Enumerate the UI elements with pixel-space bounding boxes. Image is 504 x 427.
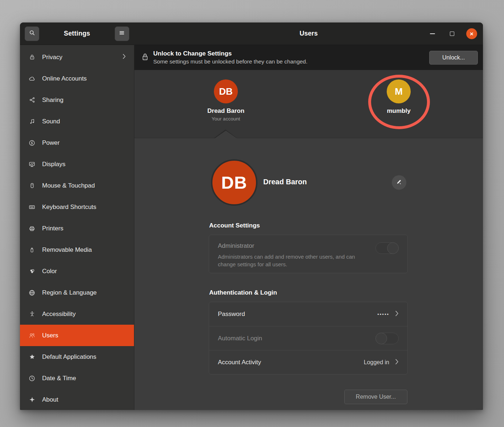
avatar: M	[387, 79, 411, 103]
account-activity-row[interactable]: Account Activity Logged in	[209, 350, 407, 374]
user-card-mumbly[interactable]: M mumbly	[366, 79, 431, 115]
toggle-knob	[375, 333, 387, 344]
sidebar-item-label: Power	[42, 139, 126, 147]
search-icon	[29, 30, 35, 37]
sidebar-item-label: Mouse & Touchpad	[42, 182, 126, 189]
banner-title: Unlock to Change Settings	[153, 50, 429, 57]
sidebar-item-mouse-touchpad[interactable]: Mouse & Touchpad	[20, 175, 134, 196]
avatar-initials: M	[395, 86, 403, 97]
sidebar-item-about[interactable]: About	[20, 389, 134, 410]
remove-user-button[interactable]: Remove User...	[344, 390, 407, 404]
sidebar-item-label: Keyboard Shortcuts	[42, 204, 126, 211]
sidebar-item-users[interactable]: Users	[20, 325, 134, 346]
avatar: DB	[214, 79, 238, 103]
user-carousel: DB Dread Baron Your account M mumbly	[134, 70, 483, 138]
unlock-banner: Unlock to Change Settings Some settings …	[134, 45, 483, 70]
color-circles-icon	[29, 268, 35, 275]
profile-avatar-initials: DB	[221, 173, 247, 193]
sidebar-item-keyboard-shortcuts[interactable]: Keyboard Shortcuts	[20, 196, 134, 218]
hamburger-icon	[119, 30, 125, 37]
minimize-icon	[430, 33, 435, 34]
user-detail-panel: DB Dread Baron Account Settings Administ…	[134, 138, 483, 410]
maximize-icon	[450, 32, 454, 36]
sidebar-item-label: Printers	[42, 225, 126, 232]
sidebar-item-label: Removable Media	[42, 246, 126, 254]
pencil-icon	[396, 178, 402, 186]
administrator-toggle[interactable]	[375, 242, 399, 254]
sidebar-item-removable-media[interactable]: Removable Media	[20, 239, 134, 260]
sidebar-item-color[interactable]: Color	[20, 260, 134, 282]
menu-button[interactable]	[115, 26, 129, 41]
minimize-button[interactable]	[427, 28, 438, 39]
sidebar-item-label: Region & Language	[42, 289, 126, 296]
mouse-icon	[29, 182, 35, 189]
chevron-right-icon	[395, 359, 399, 366]
cloud-icon	[29, 75, 35, 82]
power-icon	[29, 140, 35, 146]
sidebar-item-label: Privacy	[42, 54, 122, 61]
padlock-icon	[142, 53, 149, 62]
account-activity-value: Logged in	[364, 359, 389, 366]
user-subtitle: Your account	[212, 116, 240, 122]
main-area: Users × Unlock to Change Settings Some s…	[134, 22, 483, 410]
edit-name-button[interactable]	[392, 175, 406, 190]
user-name: Dread Baron	[207, 107, 244, 115]
automatic-login-row: Automatic Login	[209, 326, 407, 350]
unlock-button[interactable]: Unlock...	[429, 51, 478, 65]
sidebar-item-printers[interactable]: Printers	[20, 218, 134, 239]
profile-avatar[interactable]: DB	[211, 159, 257, 206]
titlebar: Users ×	[134, 22, 483, 45]
sidebar-item-label: Default Applications	[42, 353, 126, 361]
sidebar-item-label: Users	[42, 332, 126, 339]
avatar-initials: DB	[219, 86, 233, 97]
usb-drive-icon	[29, 247, 35, 253]
sidebar-item-label: Accessibility	[42, 311, 126, 318]
printer-icon	[29, 225, 35, 232]
keyboard-icon	[29, 204, 35, 210]
music-note-icon	[29, 118, 35, 125]
profile-name: Dread Baron	[263, 178, 307, 186]
star-icon	[29, 354, 35, 360]
sidebar-item-online-accounts[interactable]: Online Accounts	[20, 68, 134, 89]
sidebar-nav: Privacy Online Accounts Sharing	[20, 45, 134, 410]
administrator-label: Administrator	[218, 242, 399, 250]
automatic-login-toggle[interactable]	[375, 333, 399, 344]
password-row[interactable]: Password •••••	[209, 302, 407, 326]
sidebar-item-accessibility[interactable]: Accessibility	[20, 303, 134, 325]
sidebar-item-label: Sharing	[42, 97, 126, 104]
banner-texts: Unlock to Change Settings Some settings …	[153, 50, 429, 65]
user-name: mumbly	[387, 107, 410, 115]
sidebar-item-region-language[interactable]: Region & Language	[20, 282, 134, 303]
selected-user-pointer	[215, 131, 237, 138]
sidebar-item-label: Sound	[42, 118, 126, 125]
search-button[interactable]	[25, 26, 39, 41]
window-controls: ×	[427, 22, 477, 45]
sidebar-item-privacy[interactable]: Privacy	[20, 46, 134, 68]
sidebar-item-sharing[interactable]: Sharing	[20, 89, 134, 111]
sidebar-item-displays[interactable]: Displays	[20, 153, 134, 175]
clock-icon	[29, 375, 35, 382]
toggle-knob	[387, 242, 399, 254]
maximize-button[interactable]	[447, 28, 458, 39]
settings-window: Settings Privacy	[20, 22, 483, 410]
share-icon	[29, 97, 35, 103]
sidebar-item-date-time[interactable]: Date & Time	[20, 368, 134, 389]
sidebar-item-label: Displays	[42, 161, 126, 168]
lock-icon	[29, 54, 35, 61]
sidebar-item-default-applications[interactable]: Default Applications	[20, 346, 134, 368]
close-icon: ×	[470, 31, 473, 37]
account-settings-heading: Account Settings	[209, 222, 260, 229]
display-icon	[29, 161, 35, 168]
sidebar-item-label: About	[42, 396, 126, 403]
close-button[interactable]: ×	[466, 28, 477, 39]
sidebar-item-power[interactable]: Power	[20, 132, 134, 153]
accessibility-icon	[29, 311, 35, 317]
authentication-login-heading: Authentication & Login	[209, 289, 277, 296]
sidebar-item-sound[interactable]: Sound	[20, 111, 134, 132]
user-card-dread-baron[interactable]: DB Dread Baron Your account	[193, 79, 259, 122]
sparkle-icon	[29, 397, 35, 403]
administrator-description: Administrators can add and remove other …	[218, 253, 370, 268]
sidebar-item-label: Date & Time	[42, 375, 126, 382]
password-value: •••••	[377, 312, 389, 317]
account-settings-card: Administrator Administrators can add and…	[209, 235, 408, 273]
